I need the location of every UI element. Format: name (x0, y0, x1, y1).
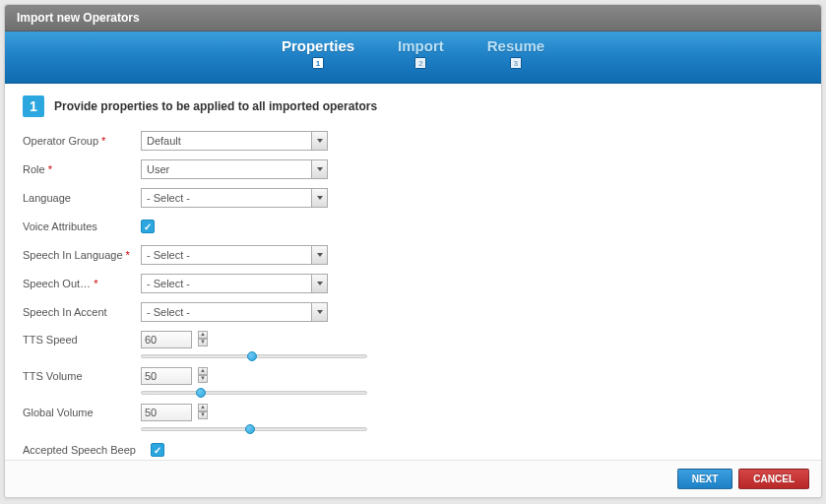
label-tts-volume: TTS Volume (23, 370, 141, 382)
section-header: 1 Provide properties to be applied to al… (23, 95, 803, 117)
step-properties[interactable]: Properties 1 (282, 37, 354, 69)
label-operator-group: Operator Group * (23, 135, 141, 147)
label-voice-attributes: Voice Attributes (23, 220, 141, 232)
row-operator-group: Operator Group * Default (23, 131, 803, 151)
spinner-down-icon[interactable]: ▼ (198, 339, 208, 346)
spinner-up-icon[interactable]: ▲ (198, 367, 208, 375)
label-speech-in-accent: Speech In Accent (23, 306, 141, 318)
spinner-up-icon[interactable]: ▲ (198, 404, 208, 411)
label-tts-speed: TTS Speed (23, 334, 141, 346)
row-tts-volume: TTS Volume ▲ ▼ (23, 367, 803, 395)
step-label: Resume (487, 37, 544, 54)
select-speech-out[interactable]: - Select - (141, 274, 328, 293)
checkbox-voice-attributes[interactable] (141, 220, 155, 233)
step-label: Import (398, 37, 444, 54)
label-speech-in-language: Speech In Language * (23, 249, 141, 261)
input-global-volume[interactable] (141, 404, 192, 421)
cancel-button[interactable]: CANCEL (738, 469, 809, 489)
select-role[interactable]: User (141, 159, 328, 179)
row-role: Role * User (23, 159, 803, 179)
row-tts-speed: TTS Speed ▲ ▼ (23, 331, 803, 358)
chevron-down-icon (311, 160, 327, 178)
chevron-down-icon (311, 189, 327, 207)
row-global-volume: Global Volume ▲ ▼ (23, 404, 803, 431)
label-accepted-beep: Accepted Speech Beep (23, 444, 151, 456)
step-number: 2 (414, 57, 426, 69)
wizard-steps: Properties 1 Import 2 Resume 3 (5, 32, 821, 84)
slider-thumb[interactable] (247, 351, 257, 361)
step-label: Properties (282, 37, 354, 54)
input-tts-speed[interactable] (141, 331, 192, 348)
slider-tts-speed[interactable] (141, 354, 367, 358)
spinner-up-icon[interactable]: ▲ (198, 331, 208, 339)
label-global-volume: Global Volume (23, 407, 141, 418)
chevron-down-icon (311, 275, 327, 292)
row-voice-attributes: Voice Attributes (23, 217, 803, 236)
import-operators-dialog: Import new Operators Properties 1 Import… (4, 4, 822, 498)
row-accepted-beep: Accepted Speech Beep (23, 440, 803, 458)
form-content: 1 Provide properties to be applied to al… (5, 84, 821, 458)
step-number: 1 (312, 57, 324, 69)
section-number-badge: 1 (23, 95, 44, 117)
slider-global-volume[interactable] (141, 427, 367, 431)
select-operator-group[interactable]: Default (141, 131, 328, 151)
chevron-down-icon (311, 303, 327, 321)
row-speech-in-language: Speech In Language * - Select - (23, 245, 803, 265)
slider-thumb[interactable] (245, 424, 255, 434)
next-button[interactable]: NEXT (677, 469, 733, 489)
chevron-down-icon (311, 246, 327, 264)
slider-tts-volume[interactable] (141, 391, 367, 395)
step-number: 3 (510, 57, 522, 69)
row-language: Language - Select - (23, 188, 803, 208)
section-title: Provide properties to be applied to all … (54, 99, 377, 113)
dialog-title: Import new Operators (5, 5, 821, 32)
select-speech-in-accent[interactable]: - Select - (141, 302, 328, 322)
select-speech-in-language[interactable]: - Select - (141, 245, 328, 265)
input-tts-volume[interactable] (141, 367, 192, 385)
step-import[interactable]: Import 2 (398, 37, 444, 69)
checkbox-accepted-beep[interactable] (151, 443, 164, 457)
label-speech-out: Speech Out… * (23, 278, 141, 289)
step-resume[interactable]: Resume 3 (487, 37, 544, 69)
spinner-down-icon[interactable]: ▼ (198, 411, 208, 419)
row-speech-out: Speech Out… * - Select - (23, 274, 803, 293)
dialog-footer: NEXT CANCEL (5, 460, 821, 497)
select-language[interactable]: - Select - (141, 188, 328, 208)
row-speech-in-accent: Speech In Accent - Select - (23, 302, 803, 322)
spinner-down-icon[interactable]: ▼ (198, 375, 208, 383)
chevron-down-icon (311, 132, 327, 150)
label-role: Role * (23, 163, 141, 175)
slider-thumb[interactable] (196, 388, 206, 398)
label-language: Language (23, 192, 141, 204)
